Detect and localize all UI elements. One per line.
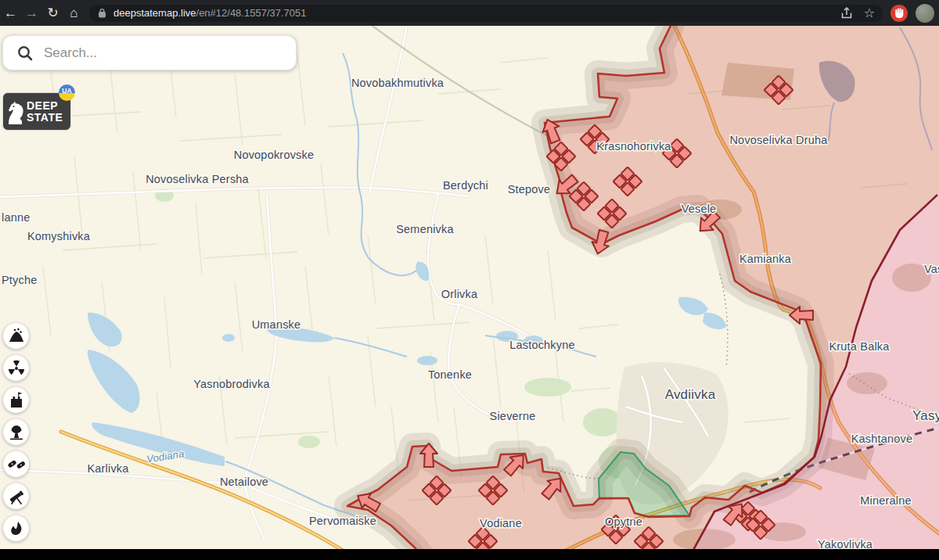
browser-toolbar: ← → ↻ ⌂ deepstatemap.live /en#12/48.1557…: [0, 0, 939, 26]
map-label: Kamianka: [739, 253, 792, 265]
layer-button-explosion[interactable]: [3, 419, 29, 445]
flame-icon: [8, 520, 25, 537]
share-icon[interactable]: [840, 7, 853, 20]
map-label: Lastochkyne: [509, 339, 575, 351]
map-label: Novobakhmutivka: [351, 77, 444, 89]
search-input[interactable]: [42, 45, 296, 62]
map-label: Tonenke: [428, 368, 472, 381]
map-label: Novoselivka Persha: [146, 173, 249, 185]
profile-avatar[interactable]: [916, 4, 934, 23]
layer-button-flame[interactable]: [3, 515, 29, 541]
layer-button-telescope[interactable]: [3, 483, 29, 509]
home-button[interactable]: ⌂: [63, 0, 85, 26]
forward-button[interactable]: →: [21, 0, 42, 26]
pills-icon: [8, 456, 25, 473]
ua-badge: UA: [59, 84, 75, 101]
refresh-button[interactable]: ↻: [42, 0, 63, 26]
map-label: Semenivka: [396, 223, 454, 235]
logo-text-top: DEEP: [27, 100, 63, 112]
map-label: Kruta Balka: [829, 340, 890, 353]
map-label: Pervomaiske: [309, 515, 376, 527]
map-label: Vodiane: [480, 517, 522, 529]
map-label: Novopokrovske: [234, 149, 315, 161]
screen: ← → ↻ ⌂ deepstatemap.live /en#12/48.1557…: [0, 0, 939, 560]
map-label: Orlivka: [441, 288, 478, 300]
radiation-icon: [8, 360, 25, 377]
hill-fire-icon: [8, 328, 25, 345]
chess-knight-icon: [3, 96, 27, 127]
explosion-icon: [8, 424, 25, 441]
layer-button-hill-fire[interactable]: [3, 323, 29, 349]
map-label: Stepove: [508, 183, 551, 196]
layer-button-fortress[interactable]: [3, 387, 29, 413]
url-host: deepstatemap.live: [113, 7, 196, 19]
url-path: /en#12/48.1557/37.7051: [196, 7, 307, 19]
bookmark-star-icon[interactable]: ☆: [864, 5, 875, 22]
map-search[interactable]: [2, 35, 297, 70]
map-label: Yasnobrodivka: [193, 378, 270, 390]
map-label: Netailove: [220, 476, 268, 488]
address-bar[interactable]: deepstatemap.live /en#12/48.1557/37.7051…: [89, 5, 883, 22]
map-label: Vesele: [682, 203, 717, 215]
letterbox-bar: [0, 549, 939, 560]
logo-text-bottom: STATE: [27, 112, 63, 124]
map-viewport[interactable]: NovobakhmutivkaNovopokrovskeNovoselivka …: [0, 26, 939, 560]
layer-buttons: [3, 323, 29, 541]
map-label: Kashtanove: [851, 433, 913, 445]
lock-icon: [97, 8, 107, 19]
adblock-extension-icon[interactable]: [890, 5, 908, 22]
layer-button-pills[interactable]: [3, 451, 29, 477]
telescope-icon: [8, 488, 25, 505]
map-label: lanne: [2, 211, 30, 224]
map-label: Krasnohorivka: [596, 140, 671, 153]
map-label: Novoselivka Druha: [729, 134, 828, 146]
back-button[interactable]: ←: [0, 0, 21, 26]
map-label: Avdiivka: [665, 387, 716, 402]
map-label: Komyshivka: [27, 230, 91, 242]
map-label: Sieverne: [490, 410, 536, 422]
map-label: Umanske: [252, 318, 301, 331]
map-label: Berdychi: [443, 179, 488, 192]
map-label: Yasynuvata: [912, 408, 939, 423]
deepstate-logo[interactable]: DEEP STATE UA: [2, 92, 71, 131]
map-label: Karlivka: [87, 462, 129, 475]
map-label: Opytne: [605, 515, 642, 528]
map-label: Ptyche: [2, 274, 38, 286]
search-icon: [17, 45, 33, 61]
map-label: Vasylivka: [924, 263, 939, 275]
map-label: Mineralne: [860, 494, 911, 507]
fortress-icon: [8, 392, 25, 409]
hand-icon: [894, 7, 905, 19]
layer-button-radiation[interactable]: [3, 355, 29, 381]
